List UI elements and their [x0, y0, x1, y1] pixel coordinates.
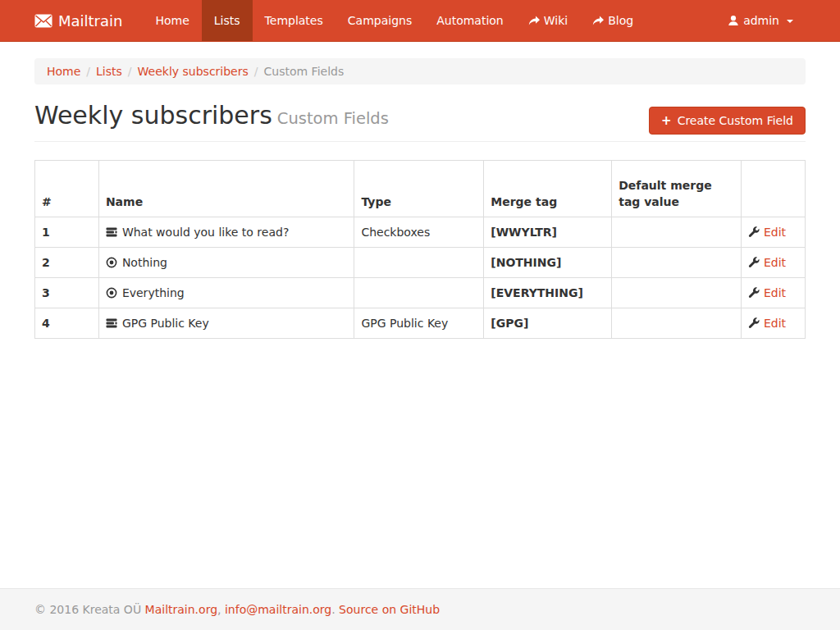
page-title: Weekly subscribersCustom Fields: [34, 101, 389, 130]
table-row: 2 Nothing [NOTHING]: [35, 248, 806, 278]
header-name: Name: [98, 161, 354, 217]
nav-item-templates[interactable]: Templates: [253, 0, 336, 41]
page-subtitle: Custom Fields: [277, 109, 389, 128]
page-footer: © 2016 Kreata OÜ Mailtrain.org, info@mai…: [0, 588, 840, 630]
copyright-text: © 2016 Kreata OÜ: [34, 603, 141, 616]
table-row: 3 Everything [EVERYTHING]: [35, 278, 806, 308]
field-name: What would you like to read?: [122, 224, 289, 240]
header-actions: [742, 161, 806, 217]
header-num: #: [35, 161, 99, 217]
breadcrumb-home[interactable]: Home: [47, 65, 80, 78]
header-type: Type: [354, 161, 484, 217]
header-divider: [34, 141, 806, 142]
nav-item-wiki[interactable]: Wiki: [516, 0, 580, 41]
row-number: 1: [35, 217, 99, 248]
plus-icon: +: [661, 115, 672, 127]
row-number: 2: [35, 248, 99, 278]
nav-item-blog[interactable]: Blog: [580, 0, 646, 41]
field-type: [354, 278, 484, 308]
edit-link[interactable]: Edit: [764, 315, 786, 331]
page-title-text: Weekly subscribers: [34, 101, 272, 130]
top-navbar: Mailtrain Home Lists Templates Campaigns…: [0, 0, 840, 42]
nav-item-campaigns[interactable]: Campaigns: [336, 0, 424, 41]
table-row: 1 What would you like to read? Checkboxe…: [35, 217, 806, 248]
edit-link[interactable]: Edit: [764, 254, 786, 271]
breadcrumb-lists[interactable]: Lists: [96, 65, 122, 78]
nav-label: Blog: [608, 14, 633, 27]
wrench-icon: [748, 317, 760, 329]
table-header-row: # Name Type Merge tag Default merge tag …: [35, 161, 806, 217]
list-icon: [106, 226, 117, 238]
header-default-merge-tag-value: Default merge tag value: [612, 161, 742, 217]
user-menu[interactable]: admin: [715, 0, 806, 41]
wrench-icon: [748, 226, 760, 238]
header-merge-tag: Merge tag: [484, 161, 612, 217]
breadcrumb-separator: /: [249, 65, 264, 78]
row-number: 4: [35, 308, 99, 339]
create-custom-field-button[interactable]: + Create Custom Field: [649, 107, 806, 135]
merge-tag: [EVERYTHING]: [484, 278, 612, 308]
wrench-icon: [748, 287, 760, 299]
field-type: Checkboxes: [354, 217, 484, 248]
share-icon: [592, 16, 604, 26]
main-nav: Home Lists Templates Campaigns Automatio…: [143, 0, 646, 41]
create-custom-field-label: Create Custom Field: [678, 114, 793, 127]
breadcrumb-separator: /: [122, 65, 138, 78]
default-merge-tag-value: [612, 217, 742, 248]
nav-label: Templates: [265, 14, 323, 27]
footer-separator: .: [331, 603, 339, 616]
brand-link[interactable]: Mailtrain: [34, 0, 135, 41]
field-type: [354, 248, 484, 278]
merge-tag: [WWYLTR]: [484, 217, 612, 248]
wrench-icon: [748, 257, 760, 268]
envelope-icon: [34, 14, 52, 28]
nav-label: Lists: [214, 14, 240, 27]
custom-fields-table: # Name Type Merge tag Default merge tag …: [34, 160, 806, 339]
nav-label: Automation: [436, 14, 504, 27]
nav-label: Campaigns: [348, 14, 412, 27]
breadcrumb: Home / Lists / Weekly subscribers / Cust…: [34, 58, 806, 84]
row-number: 3: [35, 278, 99, 308]
brand-label: Mailtrain: [58, 12, 122, 30]
share-icon: [528, 16, 540, 26]
mailtrain-org-link[interactable]: Mailtrain.org: [145, 603, 217, 616]
nav-item-home[interactable]: Home: [143, 0, 201, 41]
table-row: 4 GPG Public Key GPG Public Key [GPG]: [35, 308, 806, 339]
breadcrumb-weekly-subscribers[interactable]: Weekly subscribers: [138, 65, 249, 78]
nav-label: Home: [155, 14, 189, 27]
breadcrumb-current: Custom Fields: [264, 65, 345, 78]
record-icon: [106, 257, 117, 268]
default-merge-tag-value: [612, 278, 742, 308]
default-merge-tag-value: [612, 248, 742, 278]
nav-item-automation[interactable]: Automation: [424, 0, 516, 41]
default-merge-tag-value: [612, 308, 742, 339]
email-link[interactable]: info@mailtrain.org: [225, 603, 331, 616]
field-name: GPG Public Key: [122, 315, 209, 331]
caret-down-icon: [787, 20, 793, 23]
field-type: GPG Public Key: [354, 308, 484, 339]
footer-separator: ,: [217, 603, 225, 616]
field-name: Nothing: [122, 254, 167, 271]
user-icon: [728, 15, 739, 26]
user-label: admin: [743, 14, 779, 27]
field-name: Everything: [122, 285, 185, 301]
record-icon: [106, 287, 117, 299]
nav-item-lists[interactable]: Lists: [202, 0, 253, 41]
list-icon: [106, 317, 117, 329]
merge-tag: [NOTHING]: [484, 248, 612, 278]
nav-label: Wiki: [544, 14, 568, 27]
github-source-link[interactable]: Source on GitHub: [339, 603, 440, 616]
breadcrumb-separator: /: [80, 65, 96, 78]
edit-link[interactable]: Edit: [764, 224, 786, 240]
merge-tag: [GPG]: [484, 308, 612, 339]
edit-link[interactable]: Edit: [764, 285, 786, 301]
